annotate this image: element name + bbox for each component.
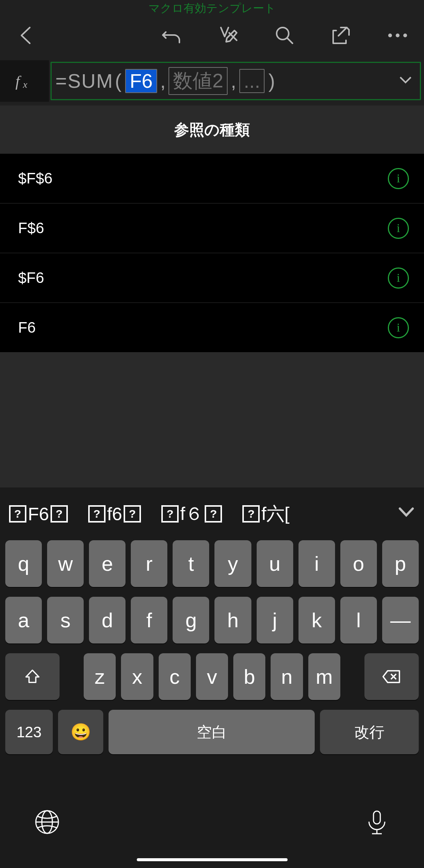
search-button[interactable] <box>269 20 300 50</box>
key-a[interactable]: a <box>5 597 42 643</box>
svg-rect-9 <box>373 811 380 824</box>
emoji-key[interactable]: 😀 <box>58 710 103 754</box>
cand-prefix-box: ? <box>9 505 26 523</box>
key-l[interactable]: l <box>340 597 377 643</box>
key-u[interactable]: u <box>257 540 293 587</box>
cand-text: F6 <box>28 504 49 524</box>
key-c[interactable]: c <box>159 653 191 700</box>
top-toolbar <box>0 17 424 54</box>
reference-label: $F6 <box>18 269 44 286</box>
home-indicator[interactable] <box>137 858 288 861</box>
formula-open-paren: ( <box>113 70 123 92</box>
cand-prefix-box: ? <box>161 505 179 523</box>
reference-label: F$6 <box>18 220 44 237</box>
cand-text: f六[ <box>261 502 289 526</box>
back-button[interactable] <box>11 20 41 50</box>
key-j[interactable]: j <box>257 597 293 643</box>
info-icon[interactable]: i <box>388 267 409 289</box>
candidate-expand-button[interactable] <box>398 503 415 525</box>
formula-bar: fx = SUM ( F6 , 数値2 , ... ) <box>0 60 424 102</box>
key-i[interactable]: i <box>298 540 335 587</box>
numeric-key[interactable]: 123 <box>5 710 53 754</box>
globe-key[interactable] <box>34 809 60 837</box>
reference-option[interactable]: F6 i <box>0 303 424 353</box>
formula-arg-2[interactable]: 数値2 <box>168 67 228 95</box>
section-header: 参照の種類 <box>0 105 424 154</box>
info-icon[interactable]: i <box>388 218 409 239</box>
key-dash[interactable]: — <box>382 597 419 643</box>
reference-type-list: $F$6 i F$6 i $F6 i F6 i <box>0 154 424 353</box>
key-x[interactable]: x <box>121 653 153 700</box>
cand-prefix-box: ? <box>242 505 260 523</box>
formula-comma: , <box>159 70 166 92</box>
reference-option[interactable]: $F6 i <box>0 253 424 303</box>
key-t[interactable]: t <box>173 540 209 587</box>
ime-candidate[interactable]: ? F6 ? <box>9 504 68 524</box>
formula-arg-3[interactable]: ... <box>239 69 265 93</box>
cand-prefix-box: ? <box>88 505 106 523</box>
info-icon[interactable]: i <box>388 317 409 338</box>
formula-arg-selected[interactable]: F6 <box>125 69 157 93</box>
key-r[interactable]: r <box>131 540 167 587</box>
key-e[interactable]: e <box>89 540 126 587</box>
key-n[interactable]: n <box>271 653 303 700</box>
key-o[interactable]: o <box>340 540 377 587</box>
key-q[interactable]: q <box>5 540 42 587</box>
key-g[interactable]: g <box>173 597 209 643</box>
svg-text:x: x <box>23 79 28 90</box>
cand-text: f６ <box>180 502 203 526</box>
cand-text: f6 <box>107 504 122 524</box>
key-y[interactable]: y <box>214 540 251 587</box>
key-v[interactable]: v <box>196 653 228 700</box>
reference-option[interactable]: $F$6 i <box>0 154 424 203</box>
keyboard: ? F6 ? ? f6 ? ? f６ ? ? f六[ q <box>0 487 424 868</box>
return-key[interactable]: 改行 <box>320 710 419 754</box>
formula-close-paren: ) <box>267 70 276 92</box>
key-p[interactable]: p <box>382 540 419 587</box>
key-s[interactable]: s <box>47 597 84 643</box>
ime-candidate[interactable]: ? f六[ <box>242 502 289 526</box>
reference-option[interactable]: F$6 i <box>0 203 424 253</box>
ime-candidate-row: ? F6 ? ? f6 ? ? f６ ? ? f六[ <box>0 487 424 540</box>
key-k[interactable]: k <box>298 597 335 643</box>
reference-label: F6 <box>18 319 36 336</box>
key-f[interactable]: f <box>131 597 167 643</box>
draw-edit-button[interactable] <box>213 20 243 50</box>
content-filler <box>0 353 424 487</box>
backspace-key[interactable] <box>364 653 419 700</box>
space-key[interactable]: 空白 <box>109 710 315 754</box>
svg-line-1 <box>287 38 292 43</box>
cand-suffix-box: ? <box>124 505 141 523</box>
shift-key[interactable] <box>5 653 60 700</box>
key-z[interactable]: z <box>84 653 116 700</box>
ime-candidate[interactable]: ? f６ ? <box>161 502 222 526</box>
document-title: マクロ有効テンプレート <box>0 0 424 17</box>
key-b[interactable]: b <box>233 653 265 700</box>
dictation-key[interactable] <box>364 809 390 837</box>
key-w[interactable]: w <box>47 540 84 587</box>
key-h[interactable]: h <box>214 597 251 643</box>
key-d[interactable]: d <box>89 597 126 643</box>
info-icon[interactable]: i <box>388 168 409 189</box>
cand-suffix-box: ? <box>205 505 222 523</box>
reference-label: $F$6 <box>18 170 52 187</box>
formula-expand-button[interactable] <box>398 70 413 92</box>
fx-button[interactable]: fx <box>0 60 49 102</box>
ime-candidate[interactable]: ? f6 ? <box>88 504 141 524</box>
undo-button[interactable] <box>156 20 187 50</box>
formula-comma: , <box>230 70 237 92</box>
share-button[interactable] <box>326 20 356 50</box>
formula-function-name: SUM <box>67 70 113 92</box>
cand-suffix-box: ? <box>51 505 68 523</box>
svg-text:f: f <box>15 73 21 90</box>
formula-input[interactable]: = SUM ( F6 , 数値2 , ... ) <box>51 62 421 100</box>
key-m[interactable]: m <box>308 653 340 700</box>
more-button[interactable] <box>383 20 413 50</box>
formula-equals: = <box>55 70 67 92</box>
